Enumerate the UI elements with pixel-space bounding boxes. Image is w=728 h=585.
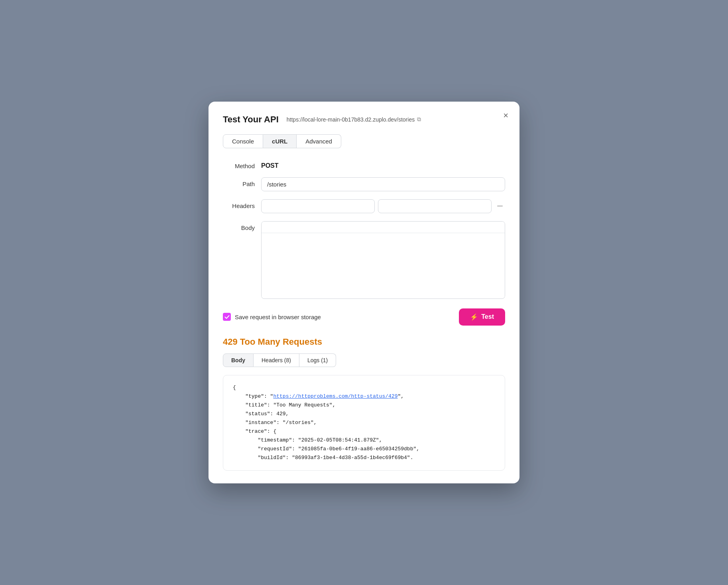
body-textarea-wrapper <box>261 221 505 299</box>
path-input[interactable] <box>261 177 505 191</box>
close-button[interactable]: × <box>502 110 510 122</box>
response-status: 429 Too Many Requests <box>223 337 505 347</box>
path-label: Path <box>223 177 255 187</box>
footer-row: Save request in browser storage ⚡ Test <box>223 308 505 326</box>
header-delete-button[interactable] <box>495 201 505 211</box>
response-tab-body[interactable]: Body <box>223 353 254 367</box>
headers-label: Headers <box>223 199 255 209</box>
modal-title: Test Your API <box>223 114 279 125</box>
headers-row: Headers <box>223 199 505 213</box>
modal-url: https://local-lore-main-0b17b83.d2.zuplo… <box>287 116 421 123</box>
save-checkbox[interactable] <box>223 313 231 321</box>
response-body: { "type": "https://httpproblems.com/http… <box>223 375 505 471</box>
body-textarea[interactable] <box>262 233 505 297</box>
body-label: Body <box>223 221 255 231</box>
svg-rect-0 <box>497 206 503 206</box>
form-section: Method POST Path Headers <box>223 159 505 299</box>
response-tab-headers[interactable]: Headers (8) <box>254 353 299 367</box>
lightning-icon: ⚡ <box>470 313 478 321</box>
body-row: Body <box>223 221 505 299</box>
header-value-input[interactable] <box>378 199 492 213</box>
path-row: Path <box>223 177 505 191</box>
response-tab-logs[interactable]: Logs (1) <box>299 353 336 367</box>
method-value: POST <box>261 159 279 169</box>
test-button[interactable]: ⚡ Test <box>459 308 505 326</box>
save-label: Save request in browser storage <box>235 314 321 320</box>
modal-header: Test Your API https://local-lore-main-0b… <box>223 114 505 125</box>
tab-group: Console cURL Advanced <box>223 134 505 148</box>
modal: Test Your API https://local-lore-main-0b… <box>209 102 519 484</box>
save-checkbox-label[interactable]: Save request in browser storage <box>223 313 321 321</box>
tab-console[interactable]: Console <box>223 134 263 148</box>
response-tab-group: Body Headers (8) Logs (1) <box>223 353 505 367</box>
method-label: Method <box>223 159 255 169</box>
headers-inputs <box>261 199 505 213</box>
tab-advanced[interactable]: Advanced <box>297 134 341 148</box>
header-key-input[interactable] <box>261 199 375 213</box>
modal-overlay: Test Your API https://local-lore-main-0b… <box>0 0 728 585</box>
type-url-link[interactable]: https://httpproblems.com/http-status/429 <box>273 393 397 399</box>
header-input-row <box>261 199 505 213</box>
tab-curl[interactable]: cURL <box>263 134 297 148</box>
body-inner-input[interactable] <box>262 222 505 233</box>
method-row: Method POST <box>223 159 505 169</box>
copy-url-icon[interactable]: ⧉ <box>417 116 421 123</box>
